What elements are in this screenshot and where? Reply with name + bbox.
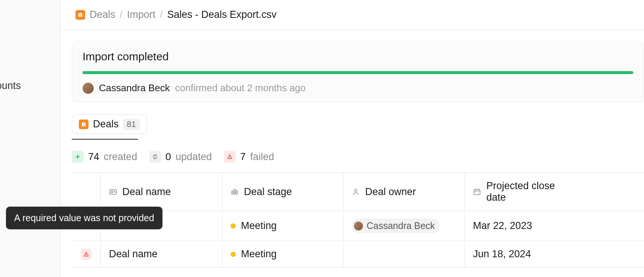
avatar [354, 222, 363, 230]
col-label: Deal stage [244, 186, 292, 198]
stage-label: Meeting [241, 248, 277, 260]
owner-name: Cassandra Beck [367, 220, 435, 231]
breadcrumb-current: Sales - Deals Export.csv [167, 9, 277, 20]
sidebar-item-accounts[interactable]: ounts [0, 80, 21, 92]
person-icon [352, 188, 360, 196]
deals-icon: $ [79, 120, 88, 129]
svg-point-7 [229, 157, 230, 158]
stat-created-count: 74 [88, 151, 99, 163]
col-label: Projected close date [486, 180, 573, 203]
deals-icon: $ [75, 10, 85, 20]
col-deal-stage[interactable]: Deal stage [222, 173, 344, 211]
user-name[interactable]: Cassandra Beck [99, 82, 170, 94]
svg-rect-16 [474, 190, 480, 195]
breadcrumb: $ Deals / Import / Sales - Deals Export.… [61, 0, 644, 30]
breadcrumb-sep: / [160, 9, 163, 20]
svg-text:$: $ [80, 13, 81, 17]
cell-deal-owner[interactable]: Cassandra Beck [344, 211, 465, 241]
owner-chip[interactable]: Cassandra Beck [352, 219, 440, 233]
error-tooltip: A required value was not provided [6, 207, 162, 229]
col-close-date[interactable]: Projected close date [465, 173, 581, 211]
tab-deals[interactable]: $ Deals 81 [72, 114, 147, 134]
stat-updated-count: 0 [165, 151, 171, 163]
col-deal-name[interactable]: Deal name [101, 173, 222, 211]
stages-icon [231, 188, 239, 196]
id-card-icon [109, 188, 117, 196]
calendar-icon [473, 188, 481, 196]
stage-dot-icon [231, 252, 236, 257]
tabs: $ Deals 81 [72, 114, 644, 134]
progress-bar [83, 71, 633, 74]
stage-dot-icon [231, 223, 236, 229]
import-stats: 74 created 0 updated 7 failed [72, 140, 644, 172]
svg-rect-13 [234, 189, 235, 194]
plus-icon [72, 151, 84, 163]
stat-created[interactable]: 74 created [72, 151, 137, 163]
import-confirmed-by: Cassandra Beck confirmed about 2 months … [83, 82, 633, 94]
tab-label: Deals [93, 118, 119, 130]
col-label: Deal name [122, 186, 171, 198]
stat-failed-count: 7 [240, 151, 246, 163]
stat-failed-label: failed [250, 151, 274, 163]
table-header-row: Deal name Deal stage Deal owner [72, 173, 644, 211]
svg-point-21 [86, 255, 87, 256]
refresh-icon [149, 151, 161, 163]
svg-point-9 [111, 191, 113, 192]
stat-failed[interactable]: 7 failed [224, 151, 274, 163]
svg-point-15 [355, 189, 357, 192]
tab-count-badge: 81 [123, 119, 139, 130]
import-status-card: Import completed Cassandra Beck confirme… [72, 41, 644, 102]
cell-close-date[interactable]: Jun 18, 2024 [465, 241, 581, 267]
svg-text:$: $ [83, 123, 85, 126]
svg-rect-14 [236, 190, 238, 194]
warning-icon [81, 249, 92, 260]
main-content: $ Deals / Import / Sales - Deals Export.… [61, 0, 644, 277]
breadcrumb-sep: / [120, 9, 123, 20]
cell-deal-stage[interactable]: Meeting [222, 211, 344, 241]
sidebar: ounts [0, 0, 61, 277]
avatar [83, 83, 94, 94]
stage-label: Meeting [241, 220, 277, 232]
row-status[interactable] [72, 241, 101, 267]
cell-deal-stage[interactable]: Meeting [222, 241, 344, 267]
cell-deal-name[interactable]: Deal name [101, 241, 222, 267]
warning-icon [224, 151, 236, 163]
breadcrumb-deals[interactable]: Deals [90, 9, 115, 20]
col-status [72, 173, 101, 211]
stat-updated[interactable]: 0 updated [149, 151, 212, 163]
col-label: Deal owner [365, 186, 416, 198]
cell-deal-owner[interactable] [344, 241, 465, 267]
svg-rect-12 [232, 191, 233, 194]
table-row[interactable]: Deal name Meeting Jun 18, 2024 [72, 241, 644, 268]
stat-updated-label: updated [176, 151, 212, 163]
col-deal-owner[interactable]: Deal owner [344, 173, 465, 211]
import-status-title: Import completed [83, 50, 633, 63]
confirmed-text: confirmed about 2 months ago [175, 82, 306, 94]
cell-close-date[interactable]: Mar 22, 2023 [465, 211, 581, 241]
breadcrumb-import[interactable]: Import [127, 9, 156, 20]
stat-created-label: created [104, 151, 137, 163]
